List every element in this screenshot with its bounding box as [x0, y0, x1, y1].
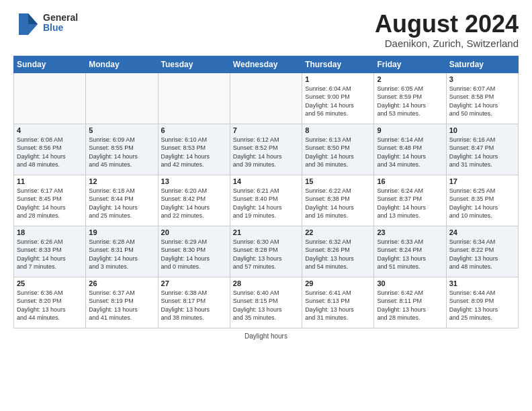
table-row: 12Sunrise: 6:18 AM Sunset: 8:44 PM Dayli…: [86, 175, 158, 226]
day-info: Sunrise: 6:25 AM Sunset: 8:35 PM Dayligh…: [449, 187, 515, 220]
day-number: 24: [449, 228, 515, 236]
day-info: Sunrise: 6:14 AM Sunset: 8:48 PM Dayligh…: [377, 136, 443, 169]
table-row: 5Sunrise: 6:09 AM Sunset: 8:55 PM Daylig…: [86, 124, 158, 175]
day-number: 30: [377, 279, 443, 287]
day-info: Sunrise: 6:22 AM Sunset: 8:38 PM Dayligh…: [305, 187, 371, 220]
day-number: 4: [17, 126, 83, 134]
daylight-label: Daylight hours: [245, 332, 287, 340]
table-row: 29Sunrise: 6:41 AM Sunset: 8:13 PM Dayli…: [302, 277, 374, 328]
day-info: Sunrise: 6:42 AM Sunset: 8:11 PM Dayligh…: [377, 289, 443, 322]
footer: Daylight hours: [13, 332, 519, 340]
day-info: Sunrise: 6:41 AM Sunset: 8:13 PM Dayligh…: [305, 289, 371, 322]
table-row: 13Sunrise: 6:20 AM Sunset: 8:42 PM Dayli…: [158, 175, 230, 226]
calendar-week-2: 4Sunrise: 6:08 AM Sunset: 8:56 PM Daylig…: [14, 124, 519, 175]
day-number: 11: [17, 177, 83, 185]
table-row: 9Sunrise: 6:14 AM Sunset: 8:48 PM Daylig…: [374, 124, 446, 175]
day-info: Sunrise: 6:12 AM Sunset: 8:52 PM Dayligh…: [233, 136, 299, 169]
table-row: 24Sunrise: 6:34 AM Sunset: 8:22 PM Dayli…: [446, 226, 518, 277]
day-info: Sunrise: 6:30 AM Sunset: 8:28 PM Dayligh…: [233, 238, 299, 271]
day-number: 26: [89, 279, 154, 287]
table-row: 31Sunrise: 6:44 AM Sunset: 8:09 PM Dayli…: [446, 277, 518, 328]
day-info: Sunrise: 6:44 AM Sunset: 8:09 PM Dayligh…: [449, 289, 515, 322]
table-row: 25Sunrise: 6:36 AM Sunset: 8:20 PM Dayli…: [14, 277, 86, 328]
day-number: 9: [377, 126, 443, 134]
day-number: 22: [305, 228, 371, 236]
day-number: 18: [17, 228, 83, 236]
title-block: August 2024 Daenikon, Zurich, Switzerlan…: [375, 11, 519, 49]
day-number: 29: [305, 279, 371, 287]
day-info: Sunrise: 6:29 AM Sunset: 8:30 PM Dayligh…: [161, 238, 227, 271]
table-row: 3Sunrise: 6:07 AM Sunset: 8:58 PM Daylig…: [446, 73, 518, 124]
page: GeneralBlue August 2024 Daenikon, Zurich…: [0, 0, 532, 411]
day-info: Sunrise: 6:09 AM Sunset: 8:55 PM Dayligh…: [89, 136, 154, 169]
table-row: 4Sunrise: 6:08 AM Sunset: 8:56 PM Daylig…: [14, 124, 86, 175]
calendar-week-1: 1Sunrise: 6:04 AM Sunset: 9:00 PM Daylig…: [14, 73, 519, 124]
calendar-week-5: 25Sunrise: 6:36 AM Sunset: 8:20 PM Dayli…: [14, 277, 519, 328]
day-number: 31: [449, 279, 515, 287]
calendar-week-3: 11Sunrise: 6:17 AM Sunset: 8:45 PM Dayli…: [14, 175, 519, 226]
day-number: 14: [233, 177, 299, 185]
day-number: 23: [377, 228, 443, 236]
logo-blue: Blue: [43, 23, 78, 33]
table-row: 7Sunrise: 6:12 AM Sunset: 8:52 PM Daylig…: [230, 124, 302, 175]
day-number: 2: [377, 75, 443, 83]
table-row: 21Sunrise: 6:30 AM Sunset: 8:28 PM Dayli…: [230, 226, 302, 277]
footer-legend: Daylight hours: [13, 332, 519, 340]
day-number: 17: [449, 177, 515, 185]
day-number: 25: [17, 279, 83, 287]
logo: GeneralBlue: [13, 11, 78, 35]
col-wednesday: Wednesday: [230, 56, 302, 73]
day-number: 1: [305, 75, 371, 83]
day-info: Sunrise: 6:32 AM Sunset: 8:26 PM Dayligh…: [305, 238, 371, 271]
day-info: Sunrise: 6:28 AM Sunset: 8:31 PM Dayligh…: [89, 238, 154, 271]
table-row: 14Sunrise: 6:21 AM Sunset: 8:40 PM Dayli…: [230, 175, 302, 226]
day-info: Sunrise: 6:04 AM Sunset: 9:00 PM Dayligh…: [305, 85, 371, 118]
col-monday: Monday: [86, 56, 158, 73]
day-number: 21: [233, 228, 299, 236]
table-row: 2Sunrise: 6:05 AM Sunset: 8:59 PM Daylig…: [374, 73, 446, 124]
calendar-week-4: 18Sunrise: 6:26 AM Sunset: 8:33 PM Dayli…: [14, 226, 519, 277]
header: GeneralBlue August 2024 Daenikon, Zurich…: [13, 11, 519, 49]
table-row: [14, 73, 86, 124]
day-info: Sunrise: 6:10 AM Sunset: 8:53 PM Dayligh…: [161, 136, 227, 169]
day-info: Sunrise: 6:24 AM Sunset: 8:37 PM Dayligh…: [377, 187, 443, 220]
table-row: 28Sunrise: 6:40 AM Sunset: 8:15 PM Dayli…: [230, 277, 302, 328]
day-number: 15: [305, 177, 371, 185]
table-row: 27Sunrise: 6:38 AM Sunset: 8:17 PM Dayli…: [158, 277, 230, 328]
day-info: Sunrise: 6:20 AM Sunset: 8:42 PM Dayligh…: [161, 187, 227, 220]
table-row: 18Sunrise: 6:26 AM Sunset: 8:33 PM Dayli…: [14, 226, 86, 277]
calendar-table: Sunday Monday Tuesday Wednesday Thursday…: [13, 56, 519, 328]
table-row: 19Sunrise: 6:28 AM Sunset: 8:31 PM Dayli…: [86, 226, 158, 277]
day-number: 8: [305, 126, 371, 134]
generalblue-logo-icon: [13, 11, 40, 35]
day-info: Sunrise: 6:16 AM Sunset: 8:47 PM Dayligh…: [449, 136, 515, 169]
day-info: Sunrise: 6:21 AM Sunset: 8:40 PM Dayligh…: [233, 187, 299, 220]
calendar-header-row: Sunday Monday Tuesday Wednesday Thursday…: [14, 56, 519, 73]
day-number: 12: [89, 177, 154, 185]
day-info: Sunrise: 6:08 AM Sunset: 8:56 PM Dayligh…: [17, 136, 83, 169]
table-row: 17Sunrise: 6:25 AM Sunset: 8:35 PM Dayli…: [446, 175, 518, 226]
col-thursday: Thursday: [302, 56, 374, 73]
location: Daenikon, Zurich, Switzerland: [375, 38, 519, 49]
day-number: 6: [161, 126, 227, 134]
table-row: 23Sunrise: 6:33 AM Sunset: 8:24 PM Dayli…: [374, 226, 446, 277]
table-row: 22Sunrise: 6:32 AM Sunset: 8:26 PM Dayli…: [302, 226, 374, 277]
table-row: [158, 73, 230, 124]
day-number: 7: [233, 126, 299, 134]
table-row: 26Sunrise: 6:37 AM Sunset: 8:19 PM Dayli…: [86, 277, 158, 328]
table-row: 20Sunrise: 6:29 AM Sunset: 8:30 PM Dayli…: [158, 226, 230, 277]
day-info: Sunrise: 6:26 AM Sunset: 8:33 PM Dayligh…: [17, 238, 83, 271]
table-row: 15Sunrise: 6:22 AM Sunset: 8:38 PM Dayli…: [302, 175, 374, 226]
day-info: Sunrise: 6:13 AM Sunset: 8:50 PM Dayligh…: [305, 136, 371, 169]
day-number: 13: [161, 177, 227, 185]
table-row: 16Sunrise: 6:24 AM Sunset: 8:37 PM Dayli…: [374, 175, 446, 226]
day-number: 10: [449, 126, 515, 134]
table-row: [86, 73, 158, 124]
table-row: 8Sunrise: 6:13 AM Sunset: 8:50 PM Daylig…: [302, 124, 374, 175]
day-info: Sunrise: 6:07 AM Sunset: 8:58 PM Dayligh…: [449, 85, 515, 118]
col-tuesday: Tuesday: [158, 56, 230, 73]
day-number: 20: [161, 228, 227, 236]
day-info: Sunrise: 6:17 AM Sunset: 8:45 PM Dayligh…: [17, 187, 83, 220]
logo-general: General: [43, 13, 78, 23]
day-info: Sunrise: 6:36 AM Sunset: 8:20 PM Dayligh…: [17, 289, 83, 322]
